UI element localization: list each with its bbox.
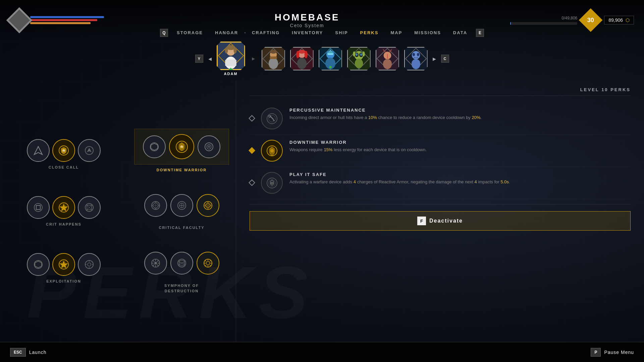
perk-icon-crit-2[interactable]: [52, 196, 75, 219]
perk-detail-name-play-safe: PLAY IT SAFE: [289, 172, 631, 177]
currency-display: 89,906 ⬡: [604, 16, 634, 24]
svg-line-117: [205, 265, 206, 266]
deactivate-label: Deactivate: [429, 218, 463, 224]
perk-label-downtime-warrior: DOWNTIME WARRIOR: [157, 168, 207, 172]
nav-perks[interactable]: PERKS: [354, 27, 385, 38]
char-portrait-5[interactable]: [347, 47, 371, 70]
svg-line-102: [153, 264, 154, 266]
char-portrait-3[interactable]: [290, 47, 314, 70]
char-3-wrapper: [290, 47, 314, 70]
nav-map[interactable]: MAP: [384, 27, 408, 38]
perk-detail-icon-percussive[interactable]: [261, 108, 283, 129]
perk-icon-dw-3[interactable]: [198, 135, 220, 158]
char-portrait-adam[interactable]: [217, 42, 245, 70]
svg-point-27: [329, 66, 332, 69]
perk-icon-cf-3[interactable]: [197, 194, 219, 217]
svg-point-63: [34, 260, 42, 268]
perk-detail-text-percussive: PERCUSSIVE MAINTENANCE Incoming direct a…: [289, 108, 631, 129]
perk-close-call-icons: [27, 139, 101, 162]
perk-detail-play-safe: PLAY IT SAFE Activating a warfare device…: [250, 167, 631, 199]
svg-point-54: [34, 203, 42, 212]
right-panel: LEVEL 10 PERKS PERCUSSIVE MAINTENANCE In…: [236, 80, 644, 342]
perk-row-close-call: CLOSE CALL: [13, 139, 114, 169]
perk-detail-icon-play-safe[interactable]: [261, 172, 283, 194]
svg-line-116: [210, 260, 211, 261]
resource-text: 0/49,806: [562, 16, 578, 20]
level-number: 30: [587, 17, 594, 24]
resource-bar-container: 0/49,806: [510, 16, 577, 25]
perk-crit-icons: [27, 196, 101, 219]
perk-icon-exploit-1[interactable]: [27, 253, 50, 276]
char-portrait-7[interactable]: [404, 47, 428, 70]
nav-ship[interactable]: SHIP: [329, 27, 354, 38]
svg-rect-26: [327, 53, 333, 55]
nav-crafting[interactable]: CRAFTING: [246, 27, 286, 38]
svg-point-19: [298, 50, 305, 54]
svg-point-20: [296, 51, 299, 58]
svg-line-114: [205, 260, 206, 261]
char-arrow-separator: ▶: [252, 56, 255, 61]
svg-point-14: [270, 50, 277, 54]
char-nav-key-c[interactable]: C: [441, 55, 449, 63]
svg-marker-64: [35, 261, 42, 268]
nav-key-q[interactable]: Q: [160, 29, 168, 37]
perk-label-symphony: SYMPHONY OFDESTRUCTION: [164, 283, 199, 294]
perk-icon-close-call-1[interactable]: [27, 139, 50, 162]
perk-critical-group: [136, 189, 228, 222]
perk-detail-diamond-3: [249, 179, 255, 186]
svg-point-9: [225, 47, 228, 54]
svg-point-39: [383, 59, 391, 69]
char-6-wrapper: [376, 47, 399, 70]
perk-icon-crit-1[interactable]: [27, 196, 50, 219]
svg-rect-7: [225, 60, 236, 66]
perk-icon-sym-3[interactable]: [197, 252, 219, 275]
nav-storage[interactable]: STORAGE: [171, 27, 209, 38]
char-7-wrapper: [404, 47, 428, 70]
nav-inventory[interactable]: INVENTORY: [286, 27, 329, 38]
perk-detail-downtime: DOWNTIME WARRIOR Weapons require 15% les…: [250, 135, 631, 167]
perk-icon-exploit-3[interactable]: [78, 253, 101, 276]
highlight-4-charges: 4: [354, 179, 356, 184]
char-portrait-4[interactable]: [319, 47, 342, 70]
perk-row-critical-faculty: CRITICAL FACULTY: [134, 189, 229, 230]
perk-icon-close-call-3[interactable]: [78, 139, 101, 162]
perk-icon-sym-2[interactable]: [170, 252, 193, 275]
perk-icon-cf-2[interactable]: [170, 194, 193, 217]
nav-data[interactable]: DATA: [447, 27, 473, 38]
nav-missions[interactable]: MISSIONS: [408, 27, 447, 38]
resource-bar-fill: [510, 22, 511, 25]
svg-point-124: [270, 149, 274, 153]
pause-menu-button[interactable]: P Pause Menu: [591, 348, 634, 357]
nav-key-e[interactable]: E: [476, 29, 484, 37]
svg-point-34: [360, 53, 362, 56]
char-name-adam: ADAM: [224, 72, 238, 76]
perk-icon-dw-2[interactable]: [169, 134, 194, 159]
char-portrait-2[interactable]: [262, 47, 285, 70]
launch-button[interactable]: ESC Launch: [10, 348, 47, 357]
perk-label-critical-faculty: CRITICAL FACULTY: [159, 226, 204, 230]
svg-point-94: [154, 262, 157, 264]
svg-point-10: [233, 47, 236, 54]
char-adam-wrapper: ADAM: [217, 42, 245, 76]
perk-detail-icon-downtime[interactable]: [261, 140, 283, 162]
launch-key-esc: ESC: [10, 348, 26, 357]
perk-icon-close-call-2[interactable]: [52, 139, 75, 162]
nav-hangar[interactable]: HANGAR: [209, 27, 244, 38]
char-nav-key-y[interactable]: Y: [195, 55, 203, 63]
panel-title: LEVEL 10 PERKS: [250, 87, 631, 96]
svg-marker-75: [151, 143, 158, 150]
char-portrait-6[interactable]: [376, 47, 399, 70]
deactivate-button[interactable]: F Deactivate: [250, 211, 631, 231]
deactivate-key-f: F: [417, 217, 426, 225]
resource-bar: [510, 22, 577, 25]
char-arrow-left[interactable]: ◂: [208, 55, 212, 63]
perk-icon-sym-1[interactable]: [144, 252, 167, 275]
char-arrow-right[interactable]: ▸: [433, 55, 436, 63]
perk-icon-crit-3[interactable]: [78, 196, 101, 219]
perk-detail-name-downtime: DOWNTIME WARRIOR: [289, 140, 631, 145]
perk-icon-dw-1[interactable]: [143, 135, 166, 158]
perk-icon-cf-1[interactable]: [144, 194, 167, 217]
launch-label: Launch: [29, 350, 47, 355]
svg-line-101: [157, 260, 158, 262]
perk-icon-exploit-2[interactable]: [52, 253, 75, 276]
